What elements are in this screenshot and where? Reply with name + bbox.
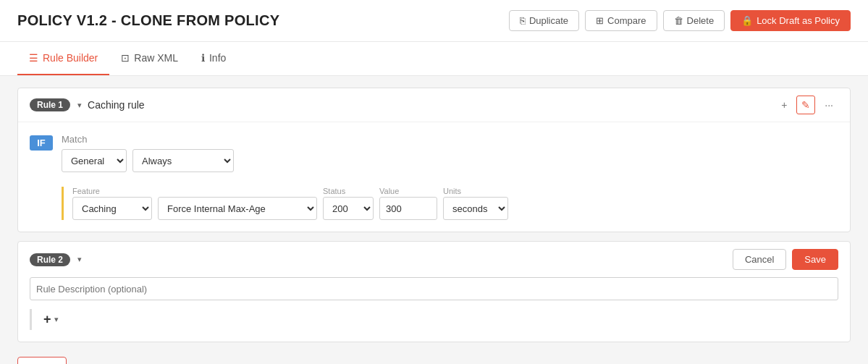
always-select[interactable]: Always — [132, 149, 234, 172]
value-input[interactable] — [379, 197, 437, 220]
lock-draft-button[interactable]: 🔒 Lock Draft as Policy — [730, 10, 851, 31]
delete-button[interactable]: 🗑 Delete — [663, 10, 725, 31]
cancel-button[interactable]: Cancel — [733, 249, 786, 270]
feature-row: Caching Force Internal Max-Age 200 secon… — [72, 197, 838, 220]
units-label: Units — [443, 187, 508, 195]
duplicate-icon: ⎘ — [520, 15, 526, 26]
rule-1-header-right: + ✎ ··· — [776, 96, 838, 114]
rule-1-edit-button[interactable]: ✎ — [796, 96, 815, 114]
save-button[interactable]: Save — [792, 249, 838, 270]
match-label: Match — [62, 134, 838, 145]
rule-2-badge: Rule 2 — [30, 253, 70, 266]
raw-xml-icon: ⊡ — [121, 52, 130, 64]
feature-label: Feature — [72, 187, 152, 195]
rule-1-header: Rule 1 ▾ Caching rule + ✎ ··· — [18, 88, 850, 122]
rule-2-block: Rule 2 ▾ Cancel Save + ▾ — [17, 241, 851, 342]
rule-1-badge: Rule 1 — [30, 98, 70, 111]
rule-1-add-button[interactable]: + — [776, 96, 792, 114]
tabs-bar: ☰ Rule Builder ⊡ Raw XML ℹ Info — [0, 42, 868, 76]
rule-1-title: Caching rule — [88, 99, 145, 111]
if-label: IF — [30, 135, 53, 151]
condition-row: General Always — [62, 149, 838, 172]
compare-icon: ⊞ — [596, 15, 604, 26]
delete-icon: 🗑 — [674, 15, 683, 26]
value-label: Value — [379, 187, 437, 195]
page-header: POLICY V1.2 - CLONE FROM POLICY ⎘ Duplic… — [0, 0, 868, 42]
status-select[interactable]: 200 — [323, 197, 374, 220]
status-label: Status — [323, 187, 374, 195]
tab-raw-xml[interactable]: ⊡ Raw XML — [109, 42, 190, 75]
rule-description-input[interactable] — [30, 277, 838, 300]
if-block: IF Match General Always — [30, 134, 838, 178]
rule-2-actions: Cancel Save — [733, 249, 838, 270]
tab-rule-builder[interactable]: ☰ Rule Builder — [17, 42, 109, 75]
rule-1-body: IF Match General Always — [18, 122, 850, 232]
compare-button[interactable]: ⊞ Compare — [585, 10, 657, 31]
general-select[interactable]: General — [62, 149, 127, 172]
rule-2-header: Rule 2 ▾ Cancel Save — [18, 242, 850, 277]
rule-2-body: + ▾ — [18, 277, 850, 342]
add-condition-row: + ▾ — [30, 309, 838, 330]
feature-name-select[interactable]: Force Internal Max-Age — [158, 197, 317, 220]
labels-row: Feature Status Value Units — [72, 187, 838, 195]
add-condition-button[interactable]: + ▾ — [41, 309, 62, 330]
add-rule-button[interactable]: + Rule — [17, 357, 67, 364]
tab-info[interactable]: ℹ Info — [190, 42, 237, 75]
rule-1-header-left: Rule 1 ▾ Caching rule — [30, 98, 145, 111]
feature-section: Feature Status Value Units Caching Force… — [62, 187, 838, 220]
feature-category-select[interactable]: Caching — [72, 197, 152, 220]
rule-1-block: Rule 1 ▾ Caching rule + ✎ ··· IF Match — [17, 88, 851, 232]
plus-icon: + — [43, 312, 51, 327]
header-actions: ⎘ Duplicate ⊞ Compare 🗑 Delete 🔒 Lock Dr… — [509, 10, 851, 31]
feature-name-label — [158, 187, 317, 195]
rule-2-header-left: Rule 2 ▾ — [30, 253, 82, 266]
content-area: Rule 1 ▾ Caching rule + ✎ ··· IF Match — [0, 76, 868, 364]
units-select[interactable]: seconds — [443, 197, 508, 220]
rule-1-more-button[interactable]: ··· — [819, 96, 838, 114]
page-title: POLICY V1.2 - CLONE FROM POLICY — [17, 12, 279, 29]
duplicate-button[interactable]: ⎘ Duplicate — [509, 10, 579, 31]
rule-builder-icon: ☰ — [29, 52, 38, 64]
if-content: Match General Always — [62, 134, 838, 178]
rule-2-chevron-icon[interactable]: ▾ — [77, 255, 82, 264]
rule-1-chevron-icon[interactable]: ▾ — [77, 101, 82, 110]
info-icon: ℹ — [201, 52, 205, 64]
add-condition-arrow-icon: ▾ — [54, 315, 59, 324]
lock-icon: 🔒 — [741, 15, 753, 26]
